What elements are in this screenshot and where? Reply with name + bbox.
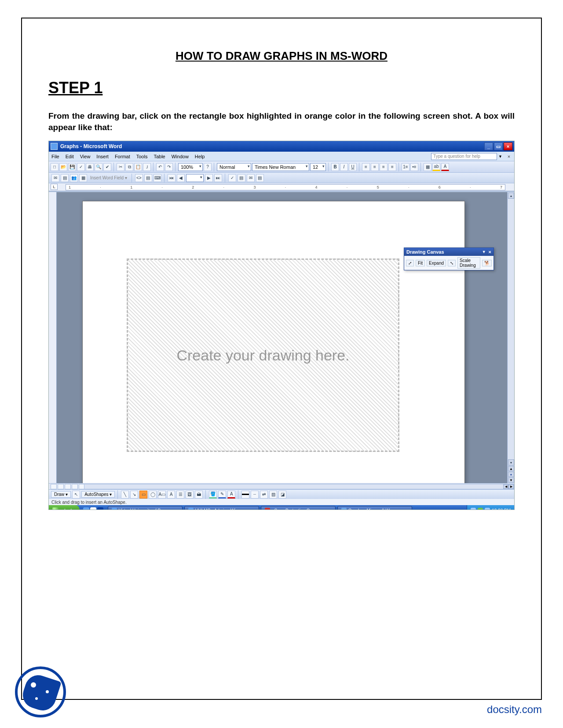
arrow-style-icon[interactable]: ⇄ (260, 491, 268, 499)
draw-font-color-icon[interactable]: A (227, 491, 235, 499)
envelopes-icon[interactable]: ✉ (51, 174, 59, 182)
normal-view-icon[interactable] (51, 484, 57, 489)
menu-format[interactable]: Format (115, 154, 130, 159)
window-maximize-button[interactable]: ▭ (494, 142, 503, 150)
next-record-icon[interactable]: ▶ (205, 174, 213, 182)
fill-color-icon[interactable]: 🪣 (209, 491, 217, 499)
ie-icon[interactable] (83, 507, 89, 510)
canvas-fit-label[interactable]: Fit (416, 260, 425, 266)
cut-icon[interactable]: ✂ (117, 163, 124, 171)
ruler-track[interactable]: 1· 1· 2· 3· 4· 5· 6· 7 (66, 184, 505, 190)
format-painter-icon[interactable]: Ｊ (143, 163, 151, 171)
font-color-icon[interactable]: A (441, 163, 449, 171)
web-view-icon[interactable] (58, 484, 64, 489)
line-style-icon[interactable] (241, 491, 249, 499)
align-left-icon[interactable]: ≡ (362, 163, 370, 171)
last-record-icon[interactable]: ⏭ (214, 174, 222, 182)
window-close-button[interactable]: × (504, 142, 512, 150)
taskbar-tab-2[interactable]: VULMS - Admin - Win... (184, 506, 259, 510)
drawing-canvas[interactable]: Create your drawing here. (127, 258, 399, 452)
menu-tools[interactable]: Tools (136, 154, 148, 159)
next-page-icon[interactable]: ▼ (508, 477, 514, 483)
help-icon[interactable]: ? (204, 163, 212, 171)
outline-view-icon[interactable] (72, 484, 78, 489)
mm-icon4[interactable]: ✓ (228, 174, 236, 182)
insert-word-field-button[interactable]: Insert Word Field ▾ (88, 175, 129, 180)
help-dropdown-icon[interactable]: ▼ (497, 154, 504, 159)
bullet-list-icon[interactable]: •≡ (410, 163, 418, 171)
mm-icon7[interactable]: ▤ (256, 174, 264, 182)
browse-object-icon[interactable]: ● (508, 472, 514, 477)
recipients-icon[interactable]: 👥 (70, 174, 78, 182)
redo-icon[interactable]: ↷ (165, 163, 173, 171)
picture-icon[interactable]: 🏔 (195, 491, 203, 499)
menu-view[interactable]: View (80, 154, 91, 159)
underline-button[interactable]: U (349, 163, 357, 171)
help-search-input[interactable]: Type a question for help (431, 153, 497, 160)
taskbar-tab-1[interactable]: Virtual University of P... (108, 506, 183, 510)
prev-record-icon[interactable]: ◀ (177, 174, 185, 182)
draw-menu-button[interactable]: Draw ▾ (51, 491, 71, 498)
taskbar-tab-4[interactable]: Graphs - Microsoft W... (337, 506, 412, 510)
diagram-icon[interactable]: ☰ (176, 491, 184, 499)
save-icon[interactable]: 💾 (68, 163, 76, 171)
menu-edit[interactable]: Edit (66, 154, 74, 159)
start-button[interactable]: start (49, 505, 80, 510)
bold-button[interactable]: B (331, 163, 339, 171)
mm-icon2[interactable]: ▤ (144, 174, 152, 182)
paste-icon[interactable]: 📋 (134, 163, 142, 171)
new-doc-icon[interactable]: □ (51, 163, 58, 171)
system-tray[interactable]: 12:28 PM (467, 505, 514, 510)
first-record-icon[interactable]: ⏮ (168, 174, 175, 182)
font-size-combo[interactable]: 12 (310, 163, 326, 171)
oval-tool-icon[interactable]: ◯ (149, 491, 157, 499)
tray-icon-3[interactable] (485, 508, 490, 510)
canvas-expand-button[interactable]: Expand (427, 260, 446, 266)
copy-icon[interactable]: ⧉ (125, 163, 133, 171)
menu-window[interactable]: Window (172, 154, 189, 159)
horizontal-scrollbar[interactable]: ◀ ▶ (84, 484, 514, 489)
canvas-scale-button[interactable]: Scale Drawing (457, 257, 480, 269)
wordart-icon[interactable]: A (167, 491, 175, 499)
shadow-style-icon[interactable]: ▨ (269, 491, 277, 499)
zoom-combo[interactable]: 100% (178, 163, 203, 171)
mm-icon3[interactable]: ⌨ (154, 174, 161, 182)
spellcheck-icon[interactable]: ✔ (103, 163, 111, 171)
close-document-button[interactable]: × (505, 153, 512, 160)
justify-icon[interactable]: ≡ (388, 163, 396, 171)
print-preview-icon[interactable]: 🔍 (95, 163, 102, 171)
mm-icon5[interactable]: ▤ (238, 174, 245, 182)
textbox-tool-icon[interactable]: A▭ (158, 491, 166, 499)
taskbar-tab-3[interactable]: eScan Protection Cen... (261, 506, 336, 510)
tray-icon-2[interactable] (478, 508, 483, 510)
font-combo[interactable]: Times New Roman (252, 163, 309, 171)
autoshapes-menu-button[interactable]: AutoShapes ▾ (81, 491, 115, 498)
print-icon[interactable]: 🖶 (86, 163, 94, 171)
desktop-icon[interactable] (90, 507, 96, 510)
toolbar-close-icon[interactable]: × (489, 249, 491, 255)
menu-file[interactable]: File (51, 154, 59, 159)
border-icon[interactable]: ▦ (424, 163, 431, 171)
undo-icon[interactable]: ↶ (156, 163, 164, 171)
dash-style-icon[interactable]: ┄ (251, 491, 259, 499)
canvas-fit-icon[interactable]: ⤢ (406, 260, 414, 266)
select-objects-icon[interactable]: ↖ (72, 491, 80, 499)
menu-table[interactable]: Table (154, 154, 165, 159)
menu-insert[interactable]: Insert (96, 154, 109, 159)
style-combo[interactable]: Normal (217, 163, 251, 171)
italic-button[interactable]: I (340, 163, 348, 171)
align-right-icon[interactable]: ≡ (380, 163, 388, 171)
vertical-ruler[interactable] (49, 192, 57, 483)
tray-icon-1[interactable] (471, 508, 476, 510)
site-link[interactable]: docsity.com (487, 703, 542, 716)
insertfield-icon[interactable]: ▦ (79, 174, 87, 182)
scroll-up-icon[interactable]: ▲ (508, 193, 514, 199)
labels-icon[interactable]: ▤ (61, 174, 69, 182)
print-view-icon[interactable] (65, 484, 71, 489)
mm-icon6[interactable]: ✉ (247, 174, 255, 182)
align-center-icon[interactable]: ≡ (371, 163, 379, 171)
scroll-left-icon[interactable]: ◀ (503, 484, 508, 489)
media-icon[interactable] (97, 507, 103, 510)
highlight-icon[interactable]: ab (432, 163, 440, 171)
toolbar-options-icon[interactable]: ▼ (482, 250, 486, 254)
